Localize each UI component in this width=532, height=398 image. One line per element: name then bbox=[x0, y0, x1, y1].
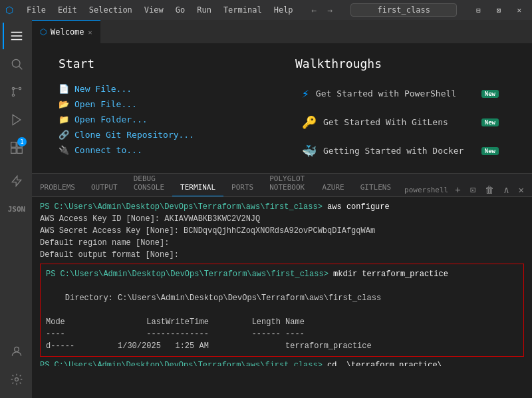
new-file-label: New File... bbox=[74, 84, 132, 94]
docker-icon: 🐳 bbox=[302, 144, 317, 158]
walkthroughs-section: Walkthroughs ⚡ Get Started with PowerShe… bbox=[295, 57, 505, 167]
kill-terminal-button[interactable]: 🗑 bbox=[482, 183, 497, 196]
title-bar: ⬡ File Edit Selection View Go Run Termin… bbox=[0, 0, 532, 20]
close-button[interactable]: ✕ bbox=[511, 5, 527, 16]
maximize-panel-button[interactable]: ∧ bbox=[501, 183, 511, 196]
search-box[interactable]: first_class bbox=[350, 3, 457, 17]
svg-rect-11 bbox=[11, 148, 17, 154]
walkthrough-gitlens[interactable]: 🔑 Get Started With GitLens New bbox=[295, 110, 505, 134]
docker-badge: New bbox=[481, 147, 499, 155]
panel-tab-gitlens[interactable]: GITLENS bbox=[352, 179, 399, 196]
activity-extensions[interactable]: 1 bbox=[3, 134, 29, 161]
activity-settings[interactable] bbox=[3, 366, 29, 393]
open-folder-label: Open Folder... bbox=[74, 114, 148, 124]
new-terminal-button[interactable]: + bbox=[452, 183, 463, 196]
shell-label: powershell bbox=[404, 186, 448, 194]
menu-bar: File Edit Selection View Go Run Terminal… bbox=[21, 4, 299, 16]
welcome-clone-repo[interactable]: 🔗 Clone Git Repository... bbox=[59, 127, 269, 142]
minimize-button[interactable]: ⊟ bbox=[471, 5, 486, 16]
terminal-line-5: Default output format [None]: bbox=[40, 249, 524, 261]
terminal-empty-1 bbox=[46, 280, 518, 292]
back-button[interactable]: ← bbox=[308, 4, 321, 17]
walkthrough-powershell[interactable]: ⚡ Get Started with PowerShell New bbox=[295, 81, 505, 106]
editor-and-panel: ⬡ Welcome ✕ Start 📄 New File... bbox=[32, 20, 532, 398]
connect-icon: 🔌 bbox=[59, 145, 69, 155]
menu-help[interactable]: Help bbox=[269, 4, 299, 16]
clone-label: Clone Git Repository... bbox=[74, 130, 194, 140]
menu-file[interactable]: File bbox=[21, 4, 51, 16]
open-folder-icon: 📁 bbox=[59, 114, 69, 124]
vscode-logo: ⬡ bbox=[5, 5, 13, 15]
activity-remote[interactable] bbox=[3, 168, 29, 194]
menu-selection[interactable]: Selection bbox=[84, 4, 138, 16]
svg-point-4 bbox=[12, 94, 14, 96]
activity-source-control[interactable] bbox=[3, 79, 29, 105]
activity-json[interactable]: JSON bbox=[3, 196, 29, 222]
panel-tab-polyglot[interactable]: POLYGLOT NOTEBOOK bbox=[261, 170, 314, 196]
nav-controls: ← → bbox=[308, 4, 337, 17]
menu-run[interactable]: Run bbox=[192, 4, 217, 16]
gitlens-icon: 🔑 bbox=[302, 115, 317, 129]
powershell-badge: New bbox=[481, 90, 499, 98]
welcome-connect[interactable]: 🔌 Connect to... bbox=[59, 142, 269, 158]
svg-point-3 bbox=[19, 87, 21, 89]
terminal-dir-entry: d----- 1/30/2025 1:25 AM terraform_pract… bbox=[46, 340, 518, 352]
title-search-area: first_class bbox=[340, 3, 467, 17]
maximize-button[interactable]: ⊠ bbox=[491, 5, 507, 16]
terminal-directory: Directory: C:\Users\Admin\Desktop\DevOps… bbox=[46, 292, 518, 304]
welcome-new-file[interactable]: 📄 New File... bbox=[59, 81, 269, 97]
split-terminal-button[interactable]: ⊡ bbox=[467, 183, 478, 196]
terminal-mkdir-cmd: PS C:\Users\Admin\Desktop\DevOps\Terrafo… bbox=[46, 268, 518, 280]
gitlens-label: Get Started With GitLens bbox=[323, 117, 475, 127]
open-file-icon: 📂 bbox=[59, 99, 69, 109]
panel-right-controls: powershell + ⊡ 🗑 ∧ ✕ bbox=[399, 183, 532, 196]
tab-bar: ⬡ Welcome ✕ bbox=[32, 20, 532, 43]
panel-tab-output[interactable]: OUTPUT bbox=[83, 179, 126, 196]
terminal-line-1: PS C:\Users\Admin\Desktop\DevOps\Terrafo… bbox=[40, 201, 524, 213]
activity-run[interactable] bbox=[3, 106, 29, 133]
open-file-label: Open File... bbox=[74, 99, 137, 109]
terminal-cd-cmd: PS C:\Users\Admin\Desktop\DevOps\Terrafo… bbox=[40, 359, 524, 366]
svg-rect-12 bbox=[17, 148, 23, 154]
svg-point-0 bbox=[12, 59, 20, 67]
svg-rect-9 bbox=[11, 142, 17, 148]
terminal-line-4: Default region name [None]: bbox=[40, 237, 524, 249]
welcome-open-folder[interactable]: 📁 Open Folder... bbox=[59, 112, 269, 127]
terminal-content[interactable]: PS C:\Users\Admin\Desktop\DevOps\Terrafo… bbox=[32, 197, 532, 366]
svg-marker-8 bbox=[13, 115, 21, 125]
menu-go[interactable]: Go bbox=[170, 4, 190, 16]
activity-search[interactable] bbox=[3, 51, 29, 77]
tab-logo: ⬡ bbox=[40, 27, 47, 37]
welcome-area: Start 📄 New File... 📂 Open File... 📁 Ope… bbox=[32, 43, 532, 173]
tab-close-button[interactable]: ✕ bbox=[88, 29, 92, 36]
terminal-highlighted-block: PS C:\Users\Admin\Desktop\DevOps\Terrafo… bbox=[40, 264, 524, 357]
menu-view[interactable]: View bbox=[139, 4, 169, 16]
main-layout: 1 JSON bbox=[0, 20, 532, 398]
content-area: ⬡ Welcome ✕ Start 📄 New File... bbox=[32, 20, 532, 398]
new-file-icon: 📄 bbox=[59, 84, 69, 94]
panel-tab-azure[interactable]: AZURE bbox=[315, 179, 352, 196]
powershell-icon: ⚡ bbox=[302, 87, 309, 100]
welcome-open-file[interactable]: 📂 Open File... bbox=[59, 97, 269, 112]
terminal-header: Mode LastWriteTime Length Name bbox=[46, 316, 518, 328]
activity-explorer[interactable] bbox=[3, 23, 29, 49]
tab-label: Welcome bbox=[51, 27, 84, 37]
panel-tab-debug[interactable]: DEBUG CONSOLE bbox=[126, 170, 172, 196]
forward-button[interactable]: → bbox=[323, 4, 336, 17]
close-panel-button[interactable]: ✕ bbox=[516, 183, 527, 196]
connect-label: Connect to... bbox=[74, 145, 142, 155]
activity-account[interactable] bbox=[3, 338, 29, 365]
panel-tab-terminal[interactable]: TERMINAL bbox=[172, 179, 223, 196]
panel-tab-problems[interactable]: PROBLEMS bbox=[32, 179, 83, 196]
powershell-label: Get Started with PowerShell bbox=[316, 89, 475, 99]
svg-line-1 bbox=[19, 67, 23, 70]
terminal-line-3: AWS Secret Access Key [None]: BCNDqvqQjh… bbox=[40, 225, 524, 237]
panel-area: PROBLEMS OUTPUT DEBUG CONSOLE TERMINAL P… bbox=[32, 173, 532, 366]
walkthrough-docker[interactable]: 🐳 Getting Started with Docker New bbox=[295, 138, 505, 163]
menu-edit[interactable]: Edit bbox=[53, 4, 82, 16]
menu-terminal[interactable]: Terminal bbox=[218, 4, 267, 16]
panel-tab-ports[interactable]: PORTS bbox=[223, 179, 261, 196]
terminal-line-2: AWS Access Key ID [None]: AKIAVWABKB3KWC… bbox=[40, 213, 524, 225]
walkthroughs-title: Walkthroughs bbox=[295, 57, 505, 71]
tab-welcome[interactable]: ⬡ Welcome ✕ bbox=[32, 20, 100, 43]
